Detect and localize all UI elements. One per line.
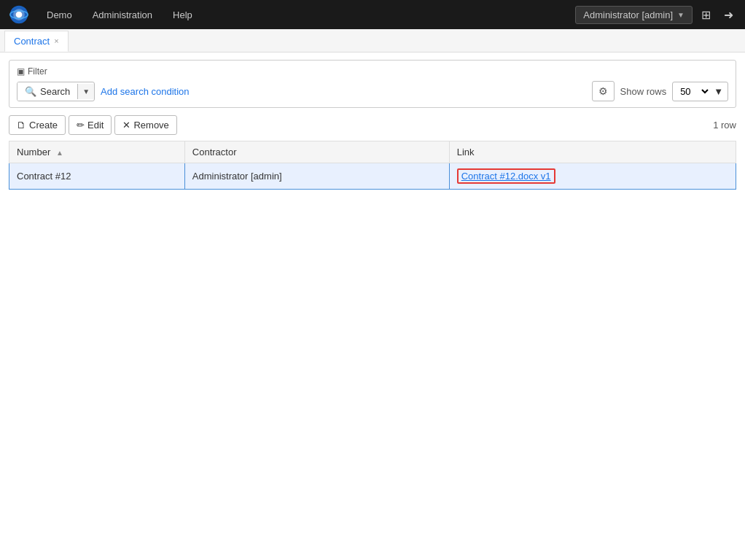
user-menu[interactable]: Administrator [admin] ▼ <box>575 6 693 24</box>
search-button[interactable]: 🔍 Search <box>17 82 77 101</box>
remove-icon: ✕ <box>122 120 130 131</box>
cell-link[interactable]: Contract #12.docx v1 <box>449 163 736 190</box>
sort-arrow-number: ▲ <box>56 149 63 157</box>
tab-contract[interactable]: Contract × <box>4 31 69 52</box>
create-button[interactable]: 🗋 Create <box>9 115 66 135</box>
cell-contractor: Administrator [admin] <box>184 163 449 190</box>
settings-button[interactable]: ⚙ <box>592 81 615 101</box>
table-row[interactable]: Contract #12 Administrator [admin] Contr… <box>9 163 736 190</box>
column-number[interactable]: Number ▲ <box>9 141 185 163</box>
navbar-right: Administrator [admin] ▼ ⊞ ➜ <box>575 5 738 25</box>
create-label: Create <box>29 120 58 131</box>
signout-icon: ➜ <box>724 8 733 22</box>
svg-point-2 <box>16 12 23 18</box>
filter-collapse-icon[interactable]: ▣ <box>17 66 25 77</box>
remove-button[interactable]: ✕ Remove <box>114 115 176 135</box>
cell-number: Contract #12 <box>9 163 185 190</box>
create-icon: 🗋 <box>17 120 26 131</box>
column-contractor[interactable]: Contractor <box>184 141 449 163</box>
filter-left: 🔍 Search ▼ Add search condition <box>17 82 190 101</box>
tab-close-button[interactable]: × <box>54 36 58 45</box>
toolbar: 🗋 Create ✏ Edit ✕ Remove 1 row <box>9 115 736 135</box>
tabs-bar: Contract × <box>0 29 745 52</box>
table-head: Number ▲ Contractor Link <box>9 141 736 163</box>
user-dropdown-arrow: ▼ <box>677 11 684 19</box>
remove-label: Remove <box>133 120 168 131</box>
tab-label: Contract <box>14 36 50 47</box>
filter-right: ⚙ Show rows 10 25 50 100 ▼ <box>592 81 728 101</box>
column-contractor-label: Contractor <box>192 147 237 158</box>
column-link-label: Link <box>457 147 475 158</box>
link-highlight-wrapper: Contract #12.docx v1 <box>457 168 555 184</box>
search-button-group: 🔍 Search ▼ <box>17 82 95 101</box>
edit-button[interactable]: ✏ Edit <box>69 115 112 135</box>
show-rows-select[interactable]: 10 25 50 100 <box>677 85 711 98</box>
add-condition-link[interactable]: Add search condition <box>101 86 189 97</box>
select-arrow-icon: ▼ <box>714 86 723 97</box>
column-number-label: Number <box>17 147 50 158</box>
table-body: Contract #12 Administrator [admin] Contr… <box>9 163 736 190</box>
filter-legend: ▣ Filter <box>17 66 728 77</box>
apps-button[interactable]: ⊞ <box>697 5 715 25</box>
search-arrow-icon: ▼ <box>82 88 90 96</box>
row-count: 1 row <box>713 120 736 131</box>
search-label: Search <box>40 86 70 97</box>
table-header-row: Number ▲ Contractor Link <box>9 141 736 163</box>
apps-icon: ⊞ <box>701 8 711 22</box>
menu-item-help[interactable]: Help <box>164 5 201 25</box>
column-link[interactable]: Link <box>449 141 736 163</box>
gear-icon: ⚙ <box>598 85 608 97</box>
navbar-menu: Demo Administration Help <box>38 5 575 25</box>
user-label: Administrator [admin] <box>583 9 673 20</box>
menu-item-demo[interactable]: Demo <box>38 5 81 25</box>
app-logo[interactable] <box>7 3 31 26</box>
navbar: Demo Administration Help Administrator [… <box>0 0 745 29</box>
signout-button[interactable]: ➜ <box>719 5 738 25</box>
edit-label: Edit <box>87 120 104 131</box>
contract-link[interactable]: Contract #12.docx v1 <box>461 171 551 182</box>
search-icon: 🔍 <box>25 86 36 97</box>
filter-label: Filter <box>28 66 47 77</box>
show-rows-select-wrapper[interactable]: 10 25 50 100 ▼ <box>672 82 728 101</box>
content-area: ▣ Filter 🔍 Search ▼ Add search condition <box>0 52 745 560</box>
data-table: Number ▲ Contractor Link Contract #12 Ad… <box>9 141 736 190</box>
search-dropdown-button[interactable]: ▼ <box>77 84 94 99</box>
filter-section: ▣ Filter 🔍 Search ▼ Add search condition <box>9 60 736 108</box>
toolbar-left: 🗋 Create ✏ Edit ✕ Remove <box>9 115 177 135</box>
filter-row: 🔍 Search ▼ Add search condition ⚙ Show r… <box>17 81 728 101</box>
menu-item-administration[interactable]: Administration <box>84 5 161 25</box>
main-area: Contract × ▣ Filter 🔍 Search <box>0 29 745 560</box>
show-rows-label: Show rows <box>620 86 667 97</box>
edit-icon: ✏ <box>77 120 85 131</box>
